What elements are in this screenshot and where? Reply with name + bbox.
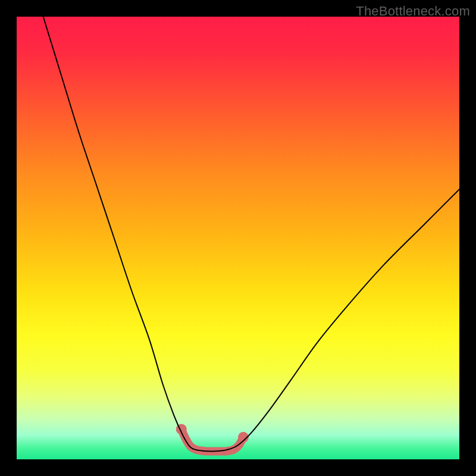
bottleneck-curve: [43, 17, 459, 452]
chart-curves: [17, 17, 459, 459]
plot-area: [17, 17, 459, 459]
watermark-text: TheBottleneck.com: [356, 4, 470, 19]
chart-frame: TheBottleneck.com: [0, 0, 476, 476]
